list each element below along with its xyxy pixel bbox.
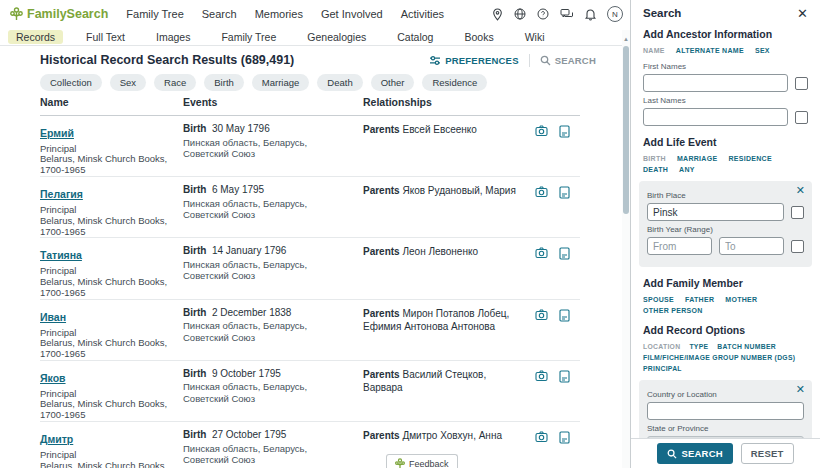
record-name-link[interactable]: Дмитр bbox=[40, 433, 73, 445]
filter-chip[interactable]: Residence bbox=[422, 74, 487, 91]
close-icon[interactable]: ✕ bbox=[797, 8, 808, 19]
document-icon[interactable] bbox=[559, 186, 570, 199]
family-member-tab[interactable]: SPOUSE bbox=[643, 296, 674, 303]
document-icon[interactable] bbox=[559, 247, 570, 260]
column-header-name: Name bbox=[40, 96, 183, 108]
record-options-tabs: LOCATION TYPE BATCH NUMBER FILM/FICHE/IM… bbox=[643, 343, 808, 372]
feedback-button[interactable]: Feedback bbox=[386, 454, 458, 468]
subnav-tab[interactable]: Images bbox=[148, 30, 198, 44]
subnav-tab[interactable]: Full Text bbox=[78, 30, 133, 44]
relationship-label: Parents bbox=[363, 369, 400, 380]
birth-year-from-input[interactable] bbox=[647, 237, 712, 255]
primary-nav-item[interactable]: Memories bbox=[255, 8, 303, 20]
life-event-tab[interactable]: RESIDENCE bbox=[728, 155, 772, 162]
record-name-link[interactable]: Пелагия bbox=[40, 188, 83, 200]
birth-year-to-input[interactable] bbox=[719, 237, 784, 255]
state-province-label: State or Province bbox=[647, 424, 804, 433]
record-options-tab[interactable]: TYPE bbox=[689, 343, 708, 350]
filter-chip[interactable]: Birth bbox=[204, 74, 244, 91]
search-submit-button[interactable]: SEARCH bbox=[657, 443, 732, 464]
results-main: Historical Record Search Results (689,49… bbox=[0, 46, 622, 468]
remove-birth-filter-icon[interactable]: ✕ bbox=[796, 185, 805, 195]
search-panel-toggle-button[interactable]: SEARCH bbox=[540, 55, 596, 66]
image-camera-icon[interactable] bbox=[535, 370, 548, 382]
record-collection: Belarus, Minsk Church Books, 1700-1965 bbox=[40, 277, 173, 299]
family-member-tab[interactable]: FATHER bbox=[685, 296, 714, 303]
life-event-tab[interactable]: ANY bbox=[679, 166, 695, 173]
notifications-bell-icon[interactable] bbox=[585, 8, 596, 21]
help-icon[interactable] bbox=[537, 8, 549, 20]
document-icon[interactable] bbox=[559, 431, 570, 444]
primary-nav-item[interactable]: Family Tree bbox=[126, 8, 183, 20]
filter-chip[interactable]: Other bbox=[371, 74, 415, 91]
document-icon[interactable] bbox=[559, 125, 570, 138]
life-event-tab[interactable]: DEATH bbox=[643, 166, 668, 173]
first-names-input[interactable] bbox=[643, 74, 788, 92]
life-event-section-heading: Add Life Event bbox=[643, 136, 808, 148]
birth-place-input[interactable] bbox=[647, 203, 784, 221]
image-camera-icon[interactable] bbox=[535, 431, 548, 443]
scrollbar-up-arrow[interactable]: ▲ bbox=[622, 36, 630, 42]
messages-icon[interactable] bbox=[560, 8, 574, 20]
record-collection: Belarus, Minsk Church Books, 1700-1965 bbox=[40, 338, 173, 360]
filter-chip[interactable]: Race bbox=[154, 74, 196, 91]
familysearch-logo[interactable]: FamilySearch bbox=[10, 7, 108, 21]
birth-place-exact-checkbox[interactable] bbox=[791, 206, 804, 219]
image-camera-icon[interactable] bbox=[535, 186, 548, 198]
life-event-tab[interactable]: MARRIAGE bbox=[677, 155, 718, 162]
document-icon[interactable] bbox=[559, 370, 570, 383]
last-names-exact-checkbox[interactable] bbox=[795, 111, 808, 124]
main-scrollbar[interactable]: ▲ bbox=[622, 30, 630, 468]
relationship-names: Леон Левоненко bbox=[402, 246, 478, 257]
birth-year-exact-checkbox[interactable] bbox=[791, 240, 804, 253]
preferences-button[interactable]: PREFERENCES bbox=[429, 55, 518, 66]
life-event-tab[interactable]: BIRTH bbox=[643, 155, 666, 162]
primary-nav-item[interactable]: Activities bbox=[401, 8, 444, 20]
record-name-link[interactable]: Татияна bbox=[40, 249, 82, 261]
record-options-tab[interactable]: PRINCIPAL bbox=[643, 365, 682, 372]
filter-chip[interactable]: Marriage bbox=[252, 74, 310, 91]
event-type: Birth bbox=[183, 368, 206, 379]
first-names-exact-checkbox[interactable] bbox=[795, 77, 808, 90]
family-member-tab[interactable]: OTHER PERSON bbox=[643, 307, 703, 314]
filter-chip[interactable]: Death bbox=[317, 74, 362, 91]
subnav-tab[interactable]: Wiki bbox=[517, 30, 553, 44]
primary-nav-item[interactable]: Search bbox=[202, 8, 237, 20]
subnav-tab[interactable]: Family Tree bbox=[213, 30, 284, 44]
record-options-tab[interactable]: BATCH NUMBER bbox=[717, 343, 776, 350]
image-camera-icon[interactable] bbox=[535, 309, 548, 321]
filter-chip[interactable]: Collection bbox=[40, 74, 102, 91]
subnav-tab[interactable]: Genealogies bbox=[299, 30, 374, 44]
subnav-tab[interactable]: Books bbox=[456, 30, 501, 44]
event-type: Birth bbox=[183, 429, 206, 440]
primary-nav-item[interactable]: Get Involved bbox=[321, 8, 383, 20]
record-options-tab[interactable]: FILM/FICHE/IMAGE GROUP NUMBER (DGS) bbox=[643, 354, 795, 361]
record-name-link[interactable]: Ермий bbox=[40, 127, 74, 139]
sidebar-title: Search bbox=[643, 7, 681, 19]
location-pin-icon[interactable] bbox=[492, 8, 503, 21]
last-names-input[interactable] bbox=[643, 108, 788, 126]
country-input[interactable] bbox=[647, 402, 804, 420]
relationship-names: Дмитро Ховхун, Анна bbox=[402, 430, 502, 441]
remove-location-filter-icon[interactable]: ✕ bbox=[796, 384, 805, 394]
filter-chip[interactable]: Sex bbox=[110, 74, 146, 91]
user-avatar[interactable]: N bbox=[607, 6, 623, 22]
brand-name: FamilySearch bbox=[27, 7, 108, 21]
ancestor-tab[interactable]: SEX bbox=[755, 47, 770, 54]
ancestor-tab[interactable]: NAME bbox=[643, 47, 665, 54]
image-camera-icon[interactable] bbox=[535, 247, 548, 259]
subnav-tab[interactable]: Catalog bbox=[389, 30, 441, 44]
subnav-tab[interactable]: Records bbox=[8, 30, 63, 44]
reset-button[interactable]: RESET bbox=[741, 443, 794, 464]
globe-language-icon[interactable] bbox=[514, 8, 526, 20]
ancestor-tab[interactable]: ALTERNATE NAME bbox=[676, 47, 744, 54]
image-camera-icon[interactable] bbox=[535, 125, 548, 137]
document-icon[interactable] bbox=[559, 309, 570, 322]
record-name-link[interactable]: Яков bbox=[40, 372, 66, 384]
search-sidebar: Search ✕ Add Ancestor Information NAME A… bbox=[630, 0, 820, 468]
family-member-tab[interactable]: MOTHER bbox=[725, 296, 757, 303]
scrollbar-thumb[interactable] bbox=[623, 46, 629, 214]
record-options-tab[interactable]: LOCATION bbox=[643, 343, 680, 350]
record-collection: Belarus, Minsk Church Books, 1700-1965 bbox=[40, 399, 173, 421]
record-name-link[interactable]: Иван bbox=[40, 311, 66, 323]
